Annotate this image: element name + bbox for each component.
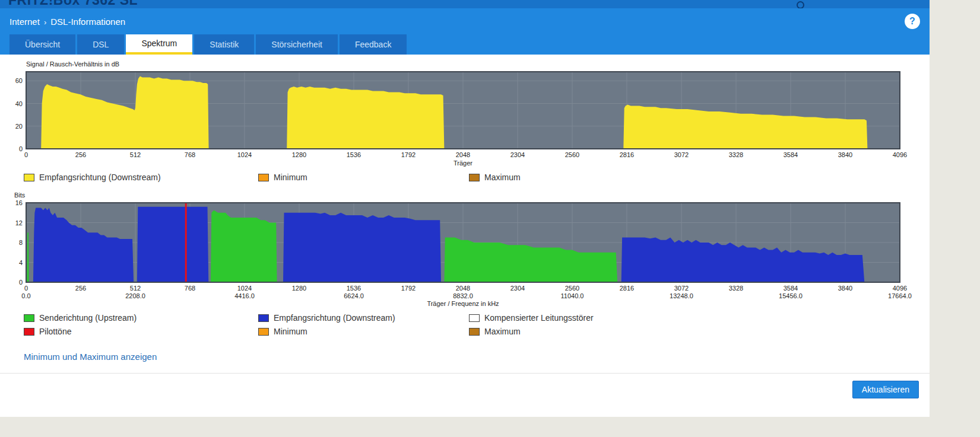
legend-label: Minimum — [274, 173, 307, 182]
app-header: FRITZ!Box 7362 SL — [0, 0, 930, 8]
svg-text:256: 256 — [75, 285, 86, 292]
svg-text:2816: 2816 — [620, 285, 634, 292]
svg-text:1792: 1792 — [401, 285, 416, 292]
legend-label: Kompensierter Leitungsstörer — [484, 313, 594, 323]
pilot-swatch-icon — [24, 328, 34, 336]
legend-item: Kompensierter Leitungsstörer — [469, 313, 915, 323]
svg-text:2048: 2048 — [456, 285, 470, 292]
legend-item: Minimum — [258, 173, 469, 182]
svg-text:3584: 3584 — [784, 285, 798, 292]
tab--bersicht[interactable]: Übersicht — [9, 34, 75, 55]
main-content: Signal / Rausch-Verhältnis in dB 0204060… — [0, 55, 930, 362]
svg-text:768: 768 — [185, 285, 195, 292]
svg-text:12: 12 — [15, 219, 23, 227]
svg-text:1536: 1536 — [347, 285, 361, 292]
svg-text:2208.0: 2208.0 — [125, 292, 145, 299]
tab-st-rsicherheit[interactable]: Störsicherheit — [256, 34, 338, 55]
svg-text:1280: 1280 — [292, 285, 306, 292]
button-row: Aktualisieren — [0, 374, 930, 404]
svg-text:13248.0: 13248.0 — [670, 292, 693, 299]
legend-label: Empfangsrichtung (Downstream) — [39, 173, 161, 182]
breadcrumb-page: DSL-Informationen — [50, 17, 125, 27]
legend-item: Pilottöne — [24, 327, 258, 336]
legend-item: Empfangsrichtung (Downstream) — [258, 313, 469, 323]
legend-item: Minimum — [258, 327, 469, 336]
svg-text:768: 768 — [185, 151, 195, 158]
minimum-swatch-icon — [258, 174, 269, 181]
svg-text:2560: 2560 — [565, 285, 579, 292]
upstream-swatch-icon — [24, 314, 34, 322]
svg-text:4416.0: 4416.0 — [234, 292, 255, 299]
svg-text:4: 4 — [19, 259, 23, 266]
svg-text:40: 40 — [15, 100, 23, 107]
svg-text:3072: 3072 — [674, 285, 689, 292]
svg-text:256: 256 — [75, 151, 86, 158]
legend-item: Maximum — [469, 327, 915, 336]
legend-label: Maximum — [484, 327, 521, 336]
svg-text:3840: 3840 — [838, 151, 852, 158]
question-mark-icon: ? — [909, 16, 915, 27]
svg-text:0: 0 — [19, 279, 23, 286]
tab-dsl[interactable]: DSL — [77, 34, 124, 55]
bits-chart-title: Bits — [14, 192, 915, 199]
legend-label: Empfangsrichtung (Downstream) — [274, 313, 395, 323]
breadcrumb-section[interactable]: Internet — [9, 17, 40, 27]
svg-text:2560: 2560 — [565, 151, 579, 158]
downstream_snr-swatch-icon — [24, 174, 34, 181]
refresh-button[interactable]: Aktualisieren — [852, 381, 919, 398]
svg-text:0.0: 0.0 — [21, 292, 30, 299]
tab-spektrum[interactable]: Spektrum — [126, 34, 192, 55]
svg-text:512: 512 — [130, 285, 141, 292]
svg-text:6624.0: 6624.0 — [344, 292, 364, 299]
svg-text:1280: 1280 — [292, 151, 306, 158]
app-title: FRITZ!Box 7362 SL — [8, 0, 138, 8]
svg-text:8: 8 — [19, 239, 23, 246]
legend-label: Senderichtung (Upstream) — [39, 313, 137, 323]
legend-label: Pilottöne — [39, 327, 71, 336]
snr-chart-legend: Empfangsrichtung (Downstream)MinimumMaxi… — [24, 173, 915, 182]
svg-text:16: 16 — [15, 200, 23, 206]
show-min-max-link[interactable]: Minimum und Maximum anzeigen — [24, 352, 157, 362]
bits-spectrum-chart: 0481216025651276810241280153617922048230… — [14, 200, 914, 300]
svg-text:512: 512 — [130, 151, 141, 158]
svg-text:3328: 3328 — [729, 285, 743, 292]
svg-text:20: 20 — [15, 123, 23, 130]
svg-text:3328: 3328 — [729, 151, 743, 158]
svg-text:11040.0: 11040.0 — [561, 292, 584, 299]
bits-x-axis-label: Träger / Frequenz in kHz — [26, 300, 900, 307]
svg-text:3584: 3584 — [784, 151, 798, 158]
tab-statistik[interactable]: Statistik — [194, 34, 254, 55]
svg-text:4096: 4096 — [893, 285, 907, 292]
bits-chart-legend: Senderichtung (Upstream)Empfangsrichtung… — [24, 313, 915, 336]
breadcrumb: Internet›DSL-Informationen — [9, 17, 125, 27]
minimum-swatch-icon — [258, 328, 269, 336]
svg-text:0: 0 — [24, 285, 28, 292]
legend-item: Senderichtung (Upstream) — [24, 313, 258, 323]
bits-chart-block: Bits 04812160256512768102412801536179220… — [14, 192, 915, 336]
svg-text:4096: 4096 — [893, 151, 907, 158]
app-window: FRITZ!Box 7362 SL Internet›DSL-Informati… — [0, 0, 930, 417]
svg-text:15456.0: 15456.0 — [779, 292, 803, 299]
downstream-swatch-icon — [258, 314, 269, 322]
tab-feedback[interactable]: Feedback — [340, 34, 407, 55]
svg-text:2816: 2816 — [620, 151, 634, 158]
svg-text:0: 0 — [19, 145, 23, 152]
compensated-swatch-icon — [469, 314, 480, 322]
maximum-swatch-icon — [469, 328, 480, 336]
svg-text:0: 0 — [24, 151, 28, 158]
svg-text:1536: 1536 — [347, 151, 361, 158]
legend-label: Minimum — [274, 327, 307, 336]
help-button[interactable]: ? — [905, 14, 920, 29]
svg-text:3072: 3072 — [674, 151, 689, 158]
snr-x-axis-label: Träger — [26, 160, 900, 167]
svg-text:2304: 2304 — [510, 285, 525, 292]
svg-text:1024: 1024 — [237, 285, 252, 292]
snr-chart-title: Signal / Rausch-Verhältnis in dB — [26, 60, 915, 68]
legend-item: Empfangsrichtung (Downstream) — [24, 173, 258, 182]
maximum-swatch-icon — [469, 174, 480, 181]
svg-text:3840: 3840 — [838, 285, 852, 292]
svg-text:60: 60 — [15, 77, 23, 84]
svg-text:2048: 2048 — [456, 151, 470, 158]
search-icon[interactable] — [797, 1, 804, 8]
chevron-right-icon: › — [44, 18, 46, 27]
